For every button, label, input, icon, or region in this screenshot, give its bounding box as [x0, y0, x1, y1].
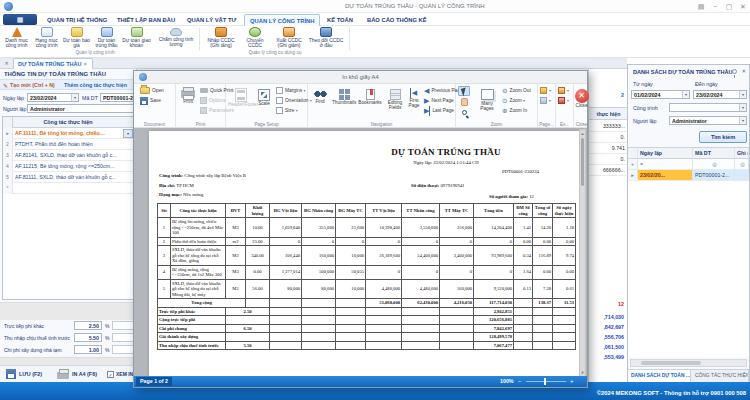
ribbon-tab-ke-toan[interactable]: KẾ TOÁN [322, 14, 358, 26]
scrollbar-thumb[interactable] [581, 138, 584, 186]
task-row-new[interactable]: * [3, 183, 134, 194]
find-button[interactable]: Find [310, 86, 330, 105]
ribbon-button-hang-muc[interactable]: Hạng mục công trình [32, 26, 61, 50]
ribbon-button-xuat-ccdc[interactable]: Xuất CCDC (Ghi giảm) [272, 26, 306, 50]
dropdown-icon[interactable]: ▾ [739, 104, 746, 111]
page-color-button[interactable]: ▾ [540, 86, 551, 96]
percent-field-3[interactable]: 1.00 [74, 345, 102, 354]
many-pages-button[interactable]: Many Pages [474, 86, 500, 112]
task-row[interactable]: 4AF.11215, Bê tông móng, rộng <=250cm... [3, 161, 134, 172]
grid-column-ma-dt[interactable]: Mã DT [693, 148, 735, 159]
task-row[interactable]: 2PTDHT, Phần thô đến hoàn thiện [3, 139, 134, 150]
filter-cell-code[interactable]: ◎ [693, 159, 735, 170]
scrollbar-thumb[interactable] [641, 361, 701, 365]
print-button[interactable]: Print [178, 86, 198, 105]
scale-button[interactable]: Scale [254, 86, 274, 107]
open-button[interactable]: Open [140, 86, 164, 96]
zoom-slider-track[interactable] [526, 381, 566, 382]
maximize-button[interactable]: ▢ [722, 2, 736, 11]
tab-close-icon[interactable]: ✕ [83, 61, 88, 67]
preview-checkbox[interactable]: ✓ [107, 371, 114, 378]
close-button[interactable]: ✕ [736, 2, 750, 11]
magnifier-tool-button[interactable] [458, 108, 470, 118]
ribbon-button-trung-thau[interactable]: Dự toán trúng thầu [92, 26, 121, 50]
thumbnails-button[interactable]: Thumbnails [332, 86, 356, 106]
save-button[interactable]: Save [140, 96, 164, 106]
print-a4-button[interactable]: IN A4 (F6) [72, 371, 97, 377]
zoom-in-button[interactable]: ⊕Zoom In [502, 106, 531, 116]
dropdown-icon[interactable]: ▾ [739, 117, 746, 124]
ribbon-button-nhap-ccdc[interactable]: Nhập CCDC (Ghi tăng) [204, 26, 238, 50]
from-date-combobox[interactable]: 01/02/2024▾ [631, 90, 690, 99]
dropdown-icon[interactable]: ▾ [739, 91, 746, 98]
row-dropdown-icon[interactable]: ▾ [123, 129, 133, 138]
construction-combobox[interactable]: ▾ [669, 103, 747, 112]
percent-extra-field[interactable] [112, 321, 135, 330]
orientation-button[interactable]: Orientation ▾ [276, 96, 312, 106]
zoom-slider-thumb[interactable] [544, 378, 546, 385]
horizontal-scrollbar[interactable] [630, 359, 747, 367]
watermark-button[interactable]: ▾ [540, 96, 551, 106]
creator-combobox[interactable]: Administrator▾ [669, 116, 747, 125]
pointer-tool-button[interactable] [458, 86, 470, 96]
panel-close-icon[interactable]: ✕ [741, 68, 746, 74]
zoom-in-slider-button[interactable]: + [570, 378, 574, 385]
ribbon-button-giao-khoan[interactable]: Dự toán giao khoán [122, 26, 151, 50]
filter-cell-note[interactable]: ◎ [735, 159, 749, 170]
ribbon-button-chuyen-ccdc[interactable]: Chuyển CCDC [240, 26, 270, 50]
task-row-selected[interactable]: ▸AF.11111, Bê tông lót móng, chiều…▾ [3, 128, 134, 139]
first-page-button[interactable]: ◀First Page [406, 86, 422, 109]
percent-field-1[interactable]: 2.50 [74, 321, 102, 330]
grid-column-ghi-chu[interactable]: Ghi chú [735, 148, 749, 159]
export-pdf-button[interactable]: ▾ [558, 86, 569, 96]
result-row-note[interactable] [735, 170, 749, 181]
tab-du-toan-trung-thau[interactable]: DỰ TOÁN TRÚNG THẦU ✕ [13, 58, 93, 69]
ribbon-button-danh-muc[interactable]: Danh mục công trình [2, 26, 31, 50]
creator-field[interactable]: Administrator [27, 104, 136, 113]
zoom-out-button[interactable]: ⊖Zoom Out [502, 86, 531, 96]
zoom-out-slider-button[interactable]: − [518, 378, 522, 385]
dropdown-icon[interactable]: ▾ [682, 91, 689, 98]
size-button[interactable]: Size ▾ [276, 106, 312, 116]
percent-field-2[interactable]: 5.50 [74, 333, 102, 342]
ribbon-button-theo-doi-ccdc[interactable]: Theo dõi CCDC ở đâu [308, 26, 344, 50]
dropdown-icon[interactable]: ▾ [71, 94, 78, 101]
date-combobox[interactable]: 23/02/2024▾ [27, 93, 79, 102]
pin-icon[interactable] [732, 69, 737, 74]
ribbon-button-cham-cong[interactable]: Chấm công tính lương [158, 26, 194, 50]
to-date-combobox[interactable]: 23/02/2024▾ [693, 90, 747, 99]
close-all-tabs-icon[interactable]: ✕ [2, 59, 11, 68]
ribbon-tab-cong-trinh[interactable]: QUẢN LÝ CÔNG TRÌNH [244, 14, 320, 26]
result-row-date[interactable]: 23/02/20... [638, 170, 693, 181]
scroll-down-icon[interactable]: ▼ [580, 370, 585, 375]
ribbon-tab-thiet-lap[interactable]: THIẾT LẬP BAN ĐẦU [112, 14, 180, 26]
ribbon-tab-vat-tu[interactable]: QUẢN LÝ VẬT TƯ [182, 14, 241, 26]
result-row-code[interactable]: PDT00001-2... [693, 170, 735, 181]
ribbon-button-bao-gia[interactable]: Dự toán báo giá [62, 26, 91, 50]
tab-cong-tac-thuc-hien[interactable]: CÔNG TÁC THỰC HIỆN [692, 370, 749, 382]
minimize-button[interactable]: − [708, 2, 722, 11]
hand-tool-button[interactable] [458, 97, 470, 107]
margins-button[interactable]: Margins ▾ [276, 86, 312, 96]
editing-fields-button[interactable]: Editing Fields [384, 86, 406, 111]
ribbon-tab-quan-tri[interactable]: QUẢN TRỊ HỆ THỐNG [42, 14, 112, 26]
close-preview-button[interactable]: ✕Close [574, 86, 589, 109]
zoom-button[interactable]: ⊙Zoom ▾ [502, 96, 531, 106]
task-row[interactable]: 3AF.81141, SXLD, tháo dỡ ván khuôn gỗ c.… [3, 150, 134, 161]
send-email-button[interactable]: ▾ [558, 96, 569, 106]
bookmarks-button[interactable]: Bookmarks [358, 86, 382, 106]
grid-column-ngay-lap[interactable]: Ngày lập [638, 148, 693, 159]
ribbon-tab-bao-cao[interactable]: BÁO CÁO THỐNG KÊ [362, 14, 432, 26]
scroll-up-icon[interactable]: ▲ [580, 131, 585, 136]
add-task-link[interactable]: Thêm công tác thực hiện [64, 80, 136, 90]
preview-vertical-scrollbar[interactable]: ▲ ▼ [579, 129, 586, 377]
filter-cell-date[interactable]: = [638, 159, 693, 170]
search-button[interactable]: Tìm kiếm [699, 131, 747, 143]
window-menu-icon[interactable]: ▤ [694, 2, 708, 11]
percent-extra-field[interactable] [112, 345, 135, 354]
app-menu-button[interactable]: ▦ [3, 14, 37, 25]
code-field[interactable]: PDT00001-230224 [100, 93, 136, 102]
save-button[interactable]: LƯU (F2) [19, 371, 42, 377]
task-row[interactable]: 5AF.81111, SXLD, tháo dỡ ván khuôn gỗ c.… [3, 172, 134, 183]
percent-extra-field[interactable] [112, 333, 135, 342]
